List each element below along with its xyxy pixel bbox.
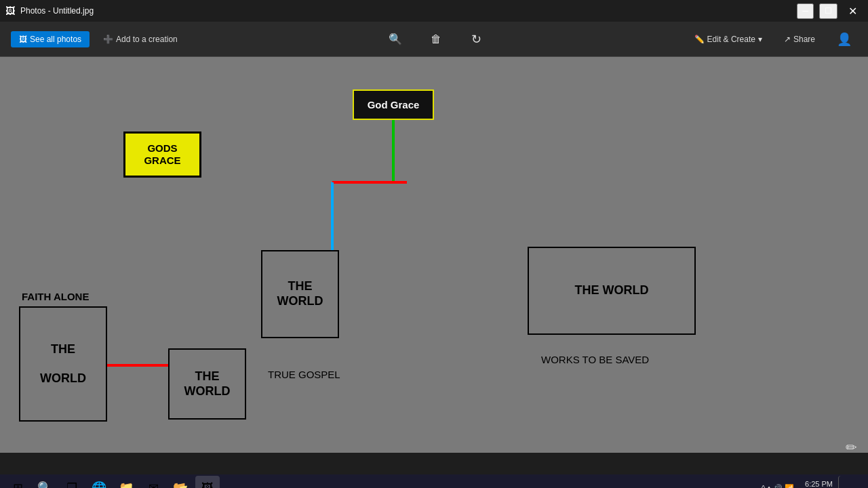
delete-icon: 🗑: [429, 33, 443, 46]
edge-icon[interactable]: 🌐: [87, 476, 111, 488]
system-time: 6:25 PM: [800, 480, 833, 488]
canvas-area: God Grace GODS GRACE THEWORLD THE WORLD …: [0, 57, 868, 453]
toolbar-left: 🖼 See all photos ➕ Add to a creation: [11, 31, 183, 47]
taskview-button[interactable]: ❐: [60, 476, 84, 488]
show-desktop[interactable]: [838, 476, 863, 488]
the-world-left-box: THEWORLD: [19, 306, 107, 422]
more-icon: 👤: [837, 32, 852, 47]
search-taskbar[interactable]: 🔍: [33, 476, 57, 488]
start-button[interactable]: ⊞: [5, 476, 30, 488]
rotate-button[interactable]: ↻: [465, 30, 489, 49]
connectors-svg: [0, 57, 868, 453]
titlebar-left: 🖼 Photos - Untitled.jpg: [5, 5, 94, 16]
edit-create-button[interactable]: ✏️ Edit & Create ▾: [689, 32, 768, 47]
pen-icon[interactable]: ✏: [846, 439, 857, 455]
toolbar-center: 🔍 🗑 ↻: [383, 30, 489, 49]
taskbar-left: ⊞ 🔍 ❐ 🌐 📁 ✉ 📂 🖼: [5, 476, 220, 488]
zoom-icon: 🔍: [389, 33, 402, 46]
more-button[interactable]: 👤: [831, 29, 857, 49]
rotate-icon: ↻: [470, 33, 484, 46]
toolbar: 🖼 See all photos ➕ Add to a creation 🔍 🗑…: [0, 22, 868, 57]
folder-icon[interactable]: 📂: [168, 476, 193, 488]
photos-icon: 🖼: [19, 35, 27, 44]
statusbar: [0, 453, 868, 474]
chevron-down-icon: ▾: [758, 35, 762, 44]
taskbar: ⊞ 🔍 ❐ 🌐 📁 ✉ 📂 🖼 ^ ♦ 🔊 📶 6:25 PM 5/16/201…: [0, 474, 868, 488]
file-explorer-icon[interactable]: 📁: [114, 476, 138, 488]
true-gospel-label: TRUE GOSPEL: [268, 369, 340, 380]
add-to-creation-button[interactable]: ➕ Add to a creation: [98, 32, 183, 47]
share-button[interactable]: ↗ Share: [778, 32, 821, 47]
app-icon: 🖼: [5, 5, 15, 16]
toolbar-right: ✏️ Edit & Create ▾ ↗ Share 👤: [689, 29, 857, 49]
system-tray: ^ ♦ 🔊 📶: [762, 484, 794, 489]
the-world-center-box: THEWORLD: [261, 250, 339, 338]
delete-button[interactable]: 🗑: [424, 30, 448, 49]
works-label: WORKS TO BE SAVED: [541, 354, 649, 365]
share-icon: ↗: [784, 35, 791, 44]
mail-icon[interactable]: ✉: [141, 476, 165, 488]
taskbar-right: ^ ♦ 🔊 📶 6:25 PM 5/16/2019: [762, 476, 863, 488]
clock[interactable]: 6:25 PM 5/16/2019: [800, 480, 833, 488]
minimize-button[interactable]: ─: [797, 3, 814, 19]
photos-taskbar-icon[interactable]: 🖼: [195, 476, 220, 488]
zoom-button[interactable]: 🔍: [383, 30, 408, 49]
edit-icon: ✏️: [694, 35, 705, 44]
maximize-button[interactable]: ☐: [819, 3, 837, 19]
window-title: Photos - Untitled.jpg: [20, 6, 94, 16]
the-world-right-box: THE WORLD: [528, 247, 696, 335]
the-world-small-box: THEWORLD: [168, 348, 246, 420]
god-grace-top-box: God Grace: [353, 89, 434, 120]
titlebar-controls: ─ ☐ ✕: [797, 3, 863, 19]
add-icon: ➕: [103, 35, 113, 44]
titlebar: 🖼 Photos - Untitled.jpg ─ ☐ ✕: [0, 0, 868, 22]
see-all-photos-button[interactable]: 🖼 See all photos: [11, 31, 90, 47]
gods-grace-box: GODS GRACE: [123, 131, 201, 178]
close-button[interactable]: ✕: [843, 3, 863, 19]
faith-alone-label: FAITH ALONE: [22, 291, 89, 302]
